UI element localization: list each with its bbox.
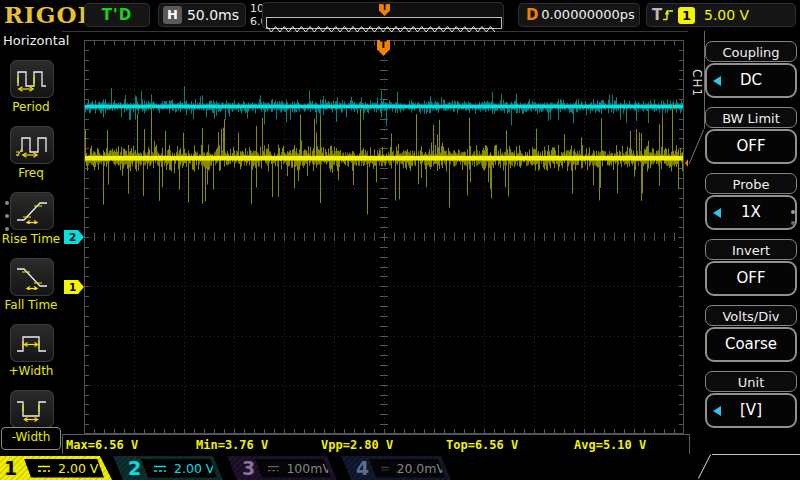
top-status-bar: RIGOL T'D H 50.0ms 10.0MSa/s 6.00M pts T… <box>0 0 800 32</box>
menu-item-period-label[interactable]: Period <box>0 100 62 114</box>
menu-scroll-dot <box>5 214 9 218</box>
channel4-scale: 20.0mV <box>396 461 445 476</box>
menu-item-minus-width[interactable] <box>10 390 54 428</box>
preview-waveform-window <box>266 17 502 29</box>
trigger-source-badge: 1 <box>678 7 695 24</box>
measurement-max: Max=6.56 V <box>66 438 138 452</box>
horizontal-h-badge: H <box>163 6 182 24</box>
left-arrow-icon <box>713 208 721 218</box>
preview-zigzag-wave <box>267 25 499 33</box>
left-measure-menu: Horizontal Period Freq <box>0 31 62 455</box>
trigger-status-badge: T'D <box>84 3 150 27</box>
probe-label: Probe <box>705 173 797 194</box>
invert-button[interactable]: OFF <box>705 261 797 296</box>
probe-button[interactable]: 1X <box>705 195 797 230</box>
channel-menu-title: CH1 <box>690 69 704 97</box>
period-icon <box>15 66 49 92</box>
timebase-value: 50.0ms <box>184 3 242 27</box>
status-area-border <box>712 454 800 455</box>
delay-box[interactable]: D 0.00000000ps <box>518 3 640 27</box>
left-arrow-icon <box>713 76 721 86</box>
channel4-tab[interactable]: 4 20.0mV <box>341 456 451 480</box>
measurement-results-bar: Max=6.56 V Min=3.76 V Vpp=2.80 V Top=6.5… <box>62 434 690 454</box>
menu-item-plus-width[interactable] <box>10 324 54 362</box>
menu-scroll-dot <box>5 201 9 205</box>
rise-time-icon <box>15 198 49 224</box>
brand-logo: RIGOL <box>4 1 95 28</box>
left-arrow-icon <box>713 406 721 416</box>
unit-button[interactable]: [V] <box>705 393 797 428</box>
channel2-scale-inset: 2.00 V <box>141 459 217 478</box>
channel1-scale: 2.00 V <box>58 461 98 476</box>
channel1-tab[interactable]: 1 2.00 V <box>0 456 112 480</box>
volts-div-label: Volts/Div <box>705 305 797 326</box>
channel4-scale-inset: 20.0mV <box>369 459 445 478</box>
delay-value: 0.00000000ps <box>538 3 638 27</box>
menu-item-plus-width-label[interactable]: +Width <box>0 364 62 378</box>
dc-coupling-icon <box>37 464 51 473</box>
channel4-number: 4 <box>356 456 369 480</box>
minus-width-icon <box>15 396 49 422</box>
horizontal-timebase-box[interactable]: H 50.0ms <box>158 3 246 27</box>
plus-width-icon <box>15 330 49 356</box>
oscilloscope-screen: RIGOL T'D H 50.0ms 10.0MSa/s 6.00M pts T… <box>0 0 800 480</box>
waveform-preview-strip[interactable]: T <box>262 2 504 29</box>
trigger-level-value: 5.00 V <box>704 3 749 27</box>
menu-item-rise-time[interactable] <box>10 192 54 230</box>
trigger-position-mini-marker[interactable]: T <box>379 4 390 16</box>
invert-label: Invert <box>705 239 797 260</box>
channel-status-bar: 1 2.00 V 2 2.00 V 3 <box>0 455 800 480</box>
coupling-button[interactable]: DC <box>705 63 797 98</box>
menu-page-dot <box>791 210 795 214</box>
rising-edge-trigger-icon <box>662 6 674 24</box>
menu-item-minus-width-label[interactable]: -Width <box>0 430 62 444</box>
waveform-graticule <box>84 40 684 434</box>
channel2-scale: 2.00 V <box>174 461 214 476</box>
menu-item-fall-time-label[interactable]: Fall Time <box>0 298 62 312</box>
fall-time-icon <box>15 264 49 290</box>
ch2-ground-marker[interactable]: 2 <box>64 230 84 244</box>
volts-div-button[interactable]: Coarse <box>705 327 797 362</box>
channel2-tab[interactable]: 2 2.00 V <box>113 456 223 480</box>
bw-limit-button[interactable]: OFF <box>705 129 797 164</box>
freq-icon <box>15 132 49 158</box>
bw-limit-label: BW Limit <box>705 107 797 128</box>
channel3-number: 3 <box>242 456 255 480</box>
trigger-info-box[interactable]: T 1 5.00 V <box>646 3 796 27</box>
menu-scroll-dot <box>5 227 9 231</box>
probe-value: 1X <box>741 203 761 221</box>
invert-value: OFF <box>736 269 765 287</box>
menu-item-freq[interactable] <box>10 126 54 164</box>
menu-page-dot <box>791 221 795 225</box>
menu-item-rise-time-label[interactable]: Rise Time <box>0 232 62 246</box>
measurement-min: Min=3.76 V <box>196 438 268 452</box>
trigger-t-badge: T <box>652 3 662 27</box>
menu-item-freq-label[interactable]: Freq <box>0 166 62 180</box>
menu-item-period[interactable] <box>10 60 54 98</box>
dc-coupling-icon <box>267 464 279 473</box>
measurement-top: Top=6.56 V <box>446 438 518 452</box>
left-menu-title: Horizontal <box>3 33 69 48</box>
channel-menu-panel: CH1 Coupling DC BW Limit OFF Probe 1X In… <box>688 31 800 455</box>
ch1-ground-marker[interactable]: 1 <box>64 280 84 294</box>
bw-limit-value: OFF <box>736 137 765 155</box>
measurement-vpp: Vpp=2.80 V <box>321 438 393 452</box>
dc-coupling-icon <box>381 464 389 473</box>
coupling-value: DC <box>740 71 762 89</box>
channel3-scale: 100mV <box>286 461 331 476</box>
menu-item-fall-time[interactable] <box>10 258 54 296</box>
unit-label: Unit <box>705 371 797 392</box>
unit-value: [V] <box>740 401 762 419</box>
volts-div-value: Coarse <box>725 335 777 353</box>
coupling-label: Coupling <box>705 41 797 62</box>
channel3-tab[interactable]: 3 100mV <box>227 456 337 480</box>
channel3-scale-inset: 100mV <box>255 459 331 478</box>
channel1-scale-inset: 2.00 V <box>24 459 104 478</box>
dc-coupling-icon <box>153 464 167 473</box>
menu-tab-slant-divider <box>688 129 703 163</box>
channel1-number: 1 <box>4 456 17 480</box>
channel2-number: 2 <box>128 456 141 480</box>
measurement-avg: Avg=5.10 V <box>574 438 646 452</box>
delay-d-badge: D <box>526 3 538 27</box>
